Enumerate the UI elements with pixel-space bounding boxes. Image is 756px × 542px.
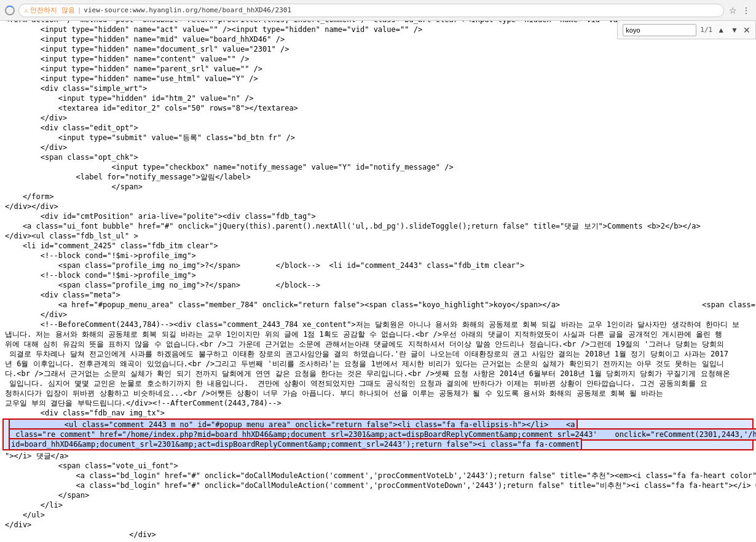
link-highlight-box: <ul class="comment_2443_m_no" id="#popup… — [2, 418, 754, 450]
line-content: <input type="hidden" name="document_srl"… — [0, 44, 294, 54]
source-line: 위에 대해 심히 유감의 뜻을 표하지 않을 수 없습니다.<br />그 가운… — [0, 339, 756, 349]
line-content: <span class="profile_img no_img">?</span… — [0, 261, 529, 270]
line-content: </div> — [0, 113, 72, 123]
line-content: </li> — [0, 500, 68, 510]
page-spinner — [5, 6, 15, 15]
source-line: </li> — [0, 500, 756, 510]
source-line: <div id="cmtPosition" aria-live="polite"… — [0, 211, 756, 221]
find-count: 1/1 — [700, 26, 712, 34]
line-content: 다.<br />그래서 근거없는 소문의 실체가 확인 되기 전까지 달회에게 … — [0, 369, 735, 379]
source-line: </div> — [0, 310, 756, 320]
source-line: <a href="#popup_menu_area" class="member… — [0, 300, 756, 310]
address-bar[interactable]: ⚠ 안전하지 않음 | view-source:www.hyanglin.org… — [18, 4, 724, 17]
line-content: <a class="ui_font bubble" href="#" oncli… — [0, 221, 706, 231]
source-line: <a class="bd_login" href="#" onclick="do… — [0, 471, 756, 481]
line-content: <!--block cond="!$mi->profile_img"> — [0, 270, 201, 280]
source-line: </div> — [0, 520, 756, 530]
source-line: <span class="opt_chk"> — [0, 152, 756, 162]
line-content: 년 6월 이후입니다. 전후관계의 왜곡이 있었습니다.<br />그리고 두번… — [0, 359, 729, 369]
source-line: </div></div> — [0, 202, 756, 211]
line-content: <span class="vote_ui_font"> — [0, 461, 183, 471]
source-line: 다.<br />그래서 근거없는 소문의 실체가 확인 되기 전까지 달회에게 … — [0, 369, 756, 379]
url-text: view-source:www.hyanglin.org/home/board_… — [84, 6, 291, 14]
line-content: 냅니다. 저는 용서와 화해의 공동체로 회복 되길 바라는 교우 1인이지만 … — [0, 329, 727, 339]
lock-icon: ⚠ — [24, 7, 28, 14]
source-line: 교우일 부의 결단을 부탁드립니다.</div><!--AfterComment… — [0, 398, 756, 408]
line-content: <a href="#popup_menu_area" class="member… — [0, 300, 756, 310]
find-bar: 1/1 ▲ ▼ ✕ — [617, 21, 756, 39]
line-content: <input type="hidden" name="parent_srl" v… — [0, 64, 267, 74]
find-close-button[interactable]: ✕ — [743, 25, 750, 35]
source-line: </div><ul class="fdb_lst_ul" > — [0, 231, 756, 241]
source-line: </form> — [0, 192, 756, 202]
line-content: 의결로 두차례나 달쳐 전교인에게 사과를 하겠음에도 불구하고 이태환 장로의… — [0, 349, 733, 359]
line-content: <a class="bd_login" href="#" onclick="do… — [0, 471, 756, 481]
line-content: <input type="checkbox" name="notify_mess… — [0, 162, 459, 172]
source-line: <input type="hidden" id="htm_2" value="n… — [0, 93, 756, 103]
line-content: </div> — [0, 310, 72, 320]
source-line: <div class="fdb_nav img_tx"> — [0, 408, 756, 418]
line-content: <!--block cond="!$mi->profile_img"> — [0, 251, 201, 261]
line-content: 위에 대해 심히 유감의 뜻을 표하지 않을 수 없습니다.<br />그 가운… — [0, 339, 729, 349]
source-view: <form action="/" method="post" onsubmit=… — [0, 21, 756, 542]
line-content: <textarea id="editor_2" cols="50" rows="… — [0, 103, 303, 113]
line-content: </div> — [0, 143, 72, 152]
find-input[interactable] — [623, 24, 696, 36]
source-line: </div> — [0, 113, 756, 123]
source-line: <!--block cond="!$mi->profile_img"> — [0, 251, 756, 261]
source-line: <span class="profile_img no_img">?</span… — [0, 261, 756, 270]
browser-toolbar: ⚠ 안전하지 않음 | view-source:www.hyanglin.org… — [0, 0, 756, 21]
extensions-button[interactable]: ⋮ — [741, 6, 751, 15]
line-content: <a class="bd_login" href="#" onclick="do… — [0, 481, 756, 490]
source-line: <!--block cond="!$mi->profile_img"> — [0, 270, 756, 280]
source-line: <label for="notify_message">알림</label> — [0, 172, 756, 182]
source-line: 의결로 두차례나 달쳐 전교인에게 사과를 하겠음에도 불구하고 이태환 장로의… — [0, 349, 756, 359]
source-line: 청하시다가 입장이 뒤바뀐 상황하고 비슷하네요...<br />어쨋든 상황이… — [0, 388, 756, 398]
line-content: <label for="notify_message">알림</label> — [0, 172, 256, 182]
line-content: </div> — [0, 530, 161, 540]
source-line: <textarea id="editor_2" cols="50" rows="… — [0, 103, 756, 113]
source-line: <!--BeforeComment(2443,784)--><div class… — [0, 320, 756, 329]
highlighted-link: id=board_hhXD46&amp;document_srl=2301&am… — [9, 438, 582, 450]
source-line: <input type="hidden" name="parent_srl" v… — [0, 64, 756, 74]
source-line: </div> — [0, 143, 756, 152]
source-line: </ul> — [0, 510, 756, 520]
bookmark-button[interactable]: ☆ — [728, 6, 738, 15]
line-content: <span class="opt_chk"> — [0, 152, 143, 162]
source-line: </span> — [0, 490, 756, 500]
line-content: <span class="profile_img no_img">?</span… — [0, 280, 325, 290]
source-line: <input type="submit" value="등록" class="b… — [0, 133, 756, 143]
line-content: <div class="edit_opt"> — [0, 123, 143, 133]
source-line: <input type="hidden" name="use_html" val… — [0, 74, 756, 84]
line-content: <div id="cmtPosition" aria-live="polite"… — [0, 211, 321, 221]
source-line: <span class="vote_ui_font"> — [0, 461, 756, 471]
source-line: <input type="hidden" name="document_srl"… — [0, 44, 756, 54]
source-line: 일입니다. 심지어 몇몇 교인은 눈물로 호소하기까지 한 내용입니다. 견만에… — [0, 379, 756, 388]
line-content: </ul> — [0, 510, 50, 520]
source-line: <div class="edit_opt"> — [0, 123, 756, 133]
line-content: <input type="hidden" name="content" valu… — [0, 54, 254, 64]
source-line: 년 6월 이후입니다. 전후관계의 왜곡이 있었습니다.<br />그리고 두번… — [0, 359, 756, 369]
source-line: <div class="meta"> — [0, 290, 756, 300]
line-content: 일입니다. 심지어 몇몇 교인은 눈물로 호소하기까지 한 내용입니다. 견만에… — [0, 379, 712, 388]
line-content: 청하시다가 입장이 뒤바뀐 상황하고 비슷하네요...<br />어쨋든 상황이… — [0, 388, 668, 398]
source-line: 냅니다. 저는 용서와 화해의 공동체로 회복 되길 바라는 교우 1인이지만 … — [0, 329, 756, 339]
line-content: </div></div> — [0, 202, 63, 211]
find-prev-button[interactable]: ▲ — [716, 26, 726, 34]
line-content: <input type="hidden" name="use_html" val… — [0, 74, 263, 84]
source-line: <span class="profile_img no_img">?</span… — [0, 280, 756, 290]
source-line: "></i> 댓글</a> — [0, 451, 756, 461]
source-line: <div class="simple_wrt"> — [0, 84, 756, 93]
line-content: </form> — [0, 192, 58, 202]
line-content: <input type="hidden" name="mid" value="b… — [0, 34, 289, 44]
source-line: <a class="ui_font bubble" href="#" oncli… — [0, 221, 756, 231]
line-content: </div> — [0, 520, 36, 530]
line-content: id=board_hhXD46&amp;document_srl=2301&am… — [4, 439, 587, 449]
not-secure-label: 안전하지 않음 — [30, 6, 75, 15]
find-next-button[interactable]: ▼ — [730, 26, 739, 34]
line-content: <li id="comment_2425" class="fdb_itm cle… — [0, 241, 223, 251]
source-line: </span> — [0, 182, 756, 192]
line-content: </span> — [0, 182, 148, 192]
source-line: <input type="checkbox" name="notify_mess… — [0, 162, 756, 172]
line-content: <input type="hidden" name="act" value=""… — [0, 25, 427, 34]
